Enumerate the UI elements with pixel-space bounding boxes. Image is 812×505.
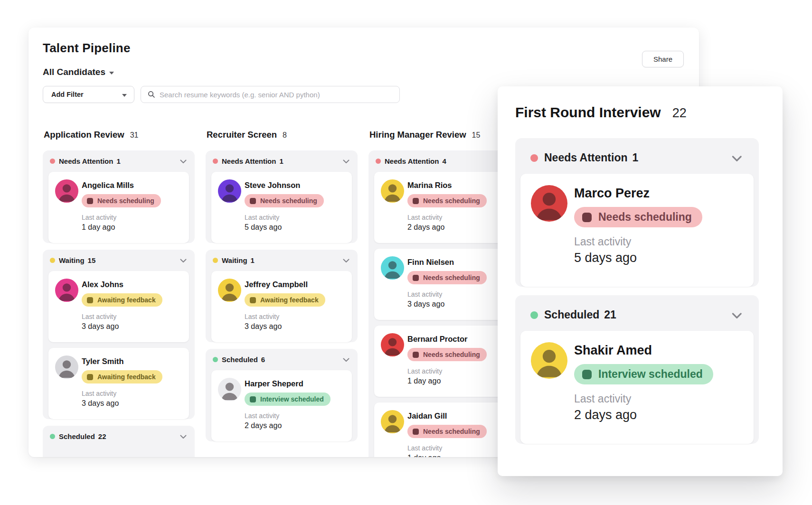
candidate-card[interactable]: Harper Sheperd Interview scheduled Last … [211,370,352,441]
chevron-down-icon[interactable] [342,256,350,264]
last-activity-label: Last activity [574,393,742,405]
view-selector[interactable]: All Candidates [43,67,114,77]
last-activity-value: 1 day ago [407,453,508,457]
card-body: Alex Johns Awaiting feedback Last activi… [82,279,182,336]
last-activity-value: 2 days ago [407,223,508,232]
status-badge: Awaiting feedback [82,370,162,383]
candidate-card[interactable]: Marco Perez Needs scheduling Last activi… [520,174,754,287]
status-badge-label: Needs scheduling [423,351,480,358]
status-dot [213,357,218,362]
status-badge-label: Needs scheduling [423,428,480,435]
last-activity-label: Last activity [245,214,345,221]
status-dot [530,311,538,319]
last-activity-value: 5 days ago [574,250,742,265]
candidate-card[interactable]: Jeffrey Campbell Awaiting feedback Last … [211,271,352,342]
section-label: Scheduled [544,309,599,321]
section-header[interactable]: Scheduled 21 [515,295,759,331]
last-activity-value: 3 days ago [82,399,182,408]
column-title-label: Hiring Manager Review [369,130,466,140]
candidate-card[interactable]: Steve Johnson Needs scheduling Last acti… [211,172,352,243]
section-header[interactable]: Needs Attention 1 [43,150,195,172]
section-waiting: Waiting 15 Alex Johns Awaiting feedba [43,250,195,419]
last-activity-label: Last activity [82,313,182,320]
column-count: 15 [472,131,481,140]
section-header[interactable]: Waiting 1 [206,250,358,271]
status-dot [50,258,55,263]
status-badge-label: Interview scheduled [598,368,703,381]
avatar [381,410,404,433]
section-header[interactable]: Scheduled 22 [43,426,195,447]
column-recruiter-screen: Recruiter Screen 8 Needs Attention 1 [206,130,358,457]
last-activity-label: Last activity [245,313,345,320]
section-count: 1 [633,151,639,164]
badge-square-icon [413,352,419,358]
search-bar[interactable] [141,86,400,103]
candidate-name: Angelica Mills [82,180,182,190]
column-application-review: Application Review 31 Needs Attention 1 [43,130,195,457]
chevron-down-icon[interactable] [730,152,743,164]
candidate-card[interactable]: Angelica Mills Needs scheduling Last act… [48,172,189,243]
section-count: 15 [88,256,96,264]
chevron-down-icon[interactable] [730,309,743,321]
status-badge-label: Awaiting feedback [260,296,319,304]
last-activity-value: 2 days ago [245,421,345,430]
person-icon [381,410,404,433]
section-count: 1 [116,157,120,165]
badge-square-icon [87,374,93,380]
section-scheduled: Scheduled 6 Harper Sheperd Interview [206,349,358,441]
badge-square-icon [250,396,256,402]
candidate-card[interactable]: Tyler Smith Awaiting feedback Last activ… [48,348,189,419]
badge-square-icon [250,297,256,303]
candidate-card[interactable]: Finn Nielsen Needs scheduling Last activ… [374,249,515,320]
section-scheduled: Scheduled 21 Shakir Amed Interview sched… [515,295,759,444]
candidate-name: Marco Perez [574,186,742,201]
status-dot [50,159,55,164]
chevron-down-icon[interactable] [342,157,350,165]
status-badge: Needs scheduling [407,348,487,361]
person-icon [55,355,78,379]
status-badge-label: Needs scheduling [423,197,480,205]
section-count: 1 [251,256,255,264]
chevron-down-icon[interactable] [342,355,350,364]
last-activity-value: 3 days ago [407,299,508,309]
last-activity-label: Last activity [574,236,742,248]
person-icon [218,279,241,302]
status-dot [213,159,218,164]
overlay-title-row: First Round Interview 22 [515,104,759,121]
avatar [381,179,404,203]
candidate-card[interactable]: Shakir Amed Interview scheduled Last act… [520,331,754,444]
candidate-name: Harper Sheperd [245,378,345,389]
share-button[interactable]: Share [642,51,684,67]
chevron-down-icon[interactable] [179,432,187,440]
section-header[interactable]: Waiting 15 [43,250,195,271]
avatar [531,342,567,379]
candidate-card[interactable]: Marina Rios Needs scheduling Last activi… [374,172,515,243]
search-input[interactable] [160,91,393,99]
section-header[interactable]: Scheduled 6 [206,349,358,370]
candidate-name: Alex Johns [82,279,182,290]
chevron-down-icon[interactable] [179,256,187,264]
last-activity-value: 1 day ago [82,223,182,232]
candidate-card[interactable]: Alex Johns Awaiting feedback Last activi… [48,271,189,342]
avatar [381,333,404,356]
overlay-count: 22 [672,106,687,121]
section-header[interactable]: Needs Attention 1 [206,150,358,172]
add-filter-dropdown[interactable]: Add Filter [43,86,134,103]
section-scheduled: Scheduled 22 [43,426,195,457]
candidate-name: Shakir Amed [574,343,742,358]
card-body: Finn Nielsen Needs scheduling Last activ… [407,256,508,313]
avatar [381,256,404,280]
chevron-down-icon[interactable] [179,157,187,165]
candidate-card[interactable]: Bernard Proctor Needs scheduling Last ac… [374,326,515,397]
candidate-card[interactable]: Jaidan Gill Needs scheduling Last activi… [374,402,515,457]
status-badge-label: Needs scheduling [598,211,692,224]
last-activity-value: 5 days ago [245,223,345,232]
badge-square-icon [413,429,419,435]
column-title: Recruiter Screen 8 [207,130,358,141]
person-icon [55,179,78,203]
card-body: Tyler Smith Awaiting feedback Last activ… [82,355,182,412]
section-header[interactable]: Needs Attention 1 [515,138,759,174]
section-count: 4 [442,157,446,165]
avatar [218,179,241,203]
avatar [55,279,78,302]
